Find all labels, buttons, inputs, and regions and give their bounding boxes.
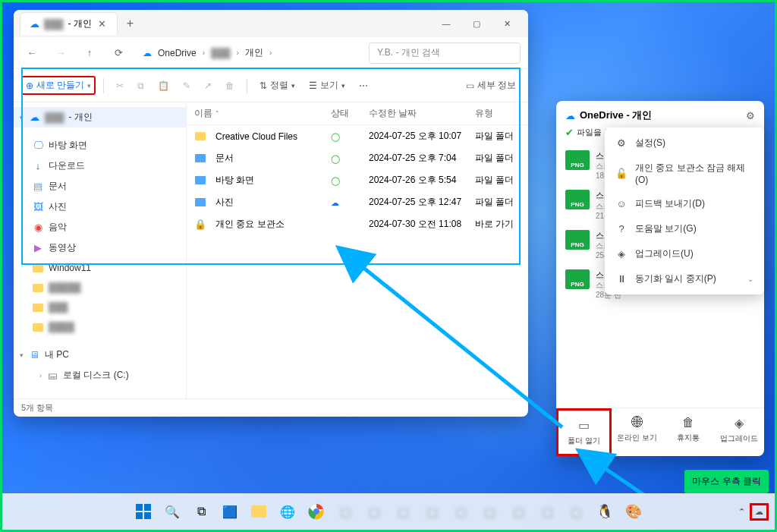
search-button[interactable]: 🔍	[160, 499, 184, 524]
sidebar-item-folder[interactable]: Window11	[14, 258, 186, 278]
menu-upgrade[interactable]: ◈업그레이드(U)	[605, 241, 764, 266]
file-type: 파일 폴더	[475, 152, 521, 165]
taskbar-app[interactable]: ▢	[420, 499, 444, 524]
copy-button[interactable]: ⧉	[133, 74, 149, 97]
col-type[interactable]: 유형	[475, 107, 521, 120]
more-button[interactable]: ⋯	[354, 74, 373, 97]
sidebar-item-desktop[interactable]: 🖵바탕 화면	[14, 135, 186, 156]
file-name: 사진	[215, 196, 234, 209]
menu-settings[interactable]: ⚙설정(S)	[605, 131, 764, 156]
menu-pause[interactable]: ⏸동기화 일시 중지(P)⌄	[605, 266, 764, 291]
file-name: 개인 중요 보관소	[215, 218, 285, 231]
widgets-button[interactable]: 🟦	[218, 499, 242, 524]
view-online-button[interactable]: 🌐︎온라인 보기	[612, 408, 662, 456]
taskbar-app[interactable]: ▢	[477, 499, 502, 524]
file-name: 바탕 화면	[215, 174, 254, 187]
taskbar-explorer[interactable]	[247, 499, 271, 524]
sidebar-item-folder[interactable]: ████	[14, 317, 186, 337]
sidebar-item-local-disk[interactable]: ›🖴로컬 디스크 (C:)	[14, 365, 186, 386]
taskbar-app[interactable]: ▢	[506, 499, 530, 524]
file-row[interactable]: 사진☁2024-07-25 오후 12:47파일 폴더	[187, 191, 528, 213]
tray-onedrive-icon[interactable]	[750, 503, 769, 521]
forward-button[interactable]: →	[50, 42, 71, 64]
col-name[interactable]: 이름 ˄	[194, 107, 331, 120]
add-tab-button[interactable]: +	[127, 17, 134, 30]
sidebar-item-videos[interactable]: ▶동영상	[14, 238, 186, 258]
sidebar-item-pictures[interactable]: 🖼사진	[14, 197, 186, 217]
close-button[interactable]: ✕	[492, 12, 522, 35]
file-row[interactable]: 바탕 화면◯2024-07-26 오후 5:54파일 폴더	[187, 169, 528, 191]
sidebar[interactable]: ▾ ███ - 개인 🖵바탕 화면 ↓다운로드 ▤문서 🖼사진 ◉음악 ▶동영상…	[14, 102, 187, 398]
delete-button[interactable]: 🗑	[221, 74, 239, 97]
sidebar-item-music[interactable]: ◉음악	[14, 217, 186, 238]
sidebar-item-folder[interactable]: █████	[14, 278, 186, 297]
rename-button[interactable]: ✎	[178, 74, 195, 97]
video-icon: ▶	[32, 242, 44, 254]
upgrade-button[interactable]: ◈업그레이드	[713, 408, 764, 456]
new-button[interactable]: ⊕ 새로 만들기 ▾	[26, 79, 91, 92]
flyout-header: OneDrive - 개인 ⚙	[556, 101, 764, 127]
taskbar-app[interactable]: ▢	[564, 499, 588, 524]
taskbar-edge[interactable]: 🌐	[275, 499, 300, 524]
breadcrumb[interactable]: 개인	[245, 46, 263, 59]
png-badge-icon: PNG	[565, 150, 590, 170]
recycle-button[interactable]: 🗑휴지통	[662, 408, 713, 456]
sort-asc-icon: ˄	[215, 110, 219, 118]
file-row[interactable]: 문서◯2024-07-25 오후 7:04파일 폴더	[187, 147, 528, 169]
sidebar-item-this-pc[interactable]: ▾🖥내 PC	[14, 345, 186, 365]
breadcrumb[interactable]: OneDrive	[158, 48, 197, 58]
file-row[interactable]: 🔒개인 중요 보관소2024-07-30 오전 11:08바로 가기	[187, 213, 528, 235]
menu-help[interactable]: ?도움말 보기(G)	[605, 216, 764, 241]
system-tray[interactable]: ⌃	[738, 503, 775, 521]
menu-feedback[interactable]: ☺피드백 보내기(D)	[605, 191, 764, 216]
col-date[interactable]: 수정한 날짜	[369, 107, 475, 120]
col-status[interactable]: 상태	[331, 107, 369, 120]
taskbar-chrome[interactable]	[304, 499, 329, 524]
close-tab-icon[interactable]: ✕	[96, 18, 108, 30]
sidebar-item-onedrive[interactable]: ▾ ███ - 개인	[14, 107, 186, 127]
file-type: 파일 폴더	[475, 130, 521, 143]
taskbar-app[interactable]: ▢	[333, 499, 357, 524]
back-button[interactable]: ←	[21, 42, 42, 64]
menu-unlock-vault[interactable]: 🔓개인 중요 보관소 잠금 해제(O)	[605, 156, 764, 191]
taskbar-app[interactable]: 🐧	[593, 499, 617, 524]
taskbar-app[interactable]: ▢	[535, 499, 559, 524]
task-view-button[interactable]: ⧉	[189, 499, 213, 524]
file-row[interactable]: Creative Cloud Files◯2024-07-25 오후 10:07…	[187, 125, 528, 147]
sidebar-item-downloads[interactable]: ↓다운로드	[14, 156, 186, 176]
gear-icon[interactable]: ⚙	[746, 110, 755, 121]
taskbar-app[interactable]: ▢	[391, 499, 415, 524]
taskbar[interactable]: 🔍 ⧉ 🟦 🌐 ▢ ▢ ▢ ▢ ▢ ▢ ▢ ▢ ▢ 🐧 🎨 ⌃	[2, 493, 775, 530]
file-icon	[194, 131, 206, 143]
taskbar-app[interactable]: ▢	[362, 499, 386, 524]
start-button[interactable]	[131, 499, 156, 524]
address-bar[interactable]: OneDrive › ███ › 개인 ›	[137, 46, 361, 59]
file-icon	[194, 197, 206, 209]
flyout-actions: ▭폴더 열기 🌐︎온라인 보기 🗑휴지통 ◈업그레이드	[556, 408, 764, 456]
sidebar-item-folder[interactable]: ███	[14, 297, 186, 317]
minimize-button[interactable]: —	[431, 12, 461, 35]
share-button[interactable]: ↗	[200, 74, 216, 97]
tray-chevron-icon[interactable]: ⌃	[738, 507, 745, 517]
explorer-tab[interactable]: ███ - 개인 ✕	[20, 12, 118, 35]
file-date: 2024-07-25 오후 10:07	[369, 130, 475, 143]
maximize-button[interactable]: ▢	[461, 12, 492, 35]
search-input[interactable]: Y.B. - 개인 검색	[369, 42, 521, 64]
trash-icon: 🗑	[225, 80, 234, 91]
pc-icon: 🖥	[28, 349, 40, 361]
statusbar: 5개 항목	[14, 398, 528, 417]
cut-button[interactable]: ✂	[112, 74, 128, 97]
view-button[interactable]: ☰ 보기 ▾	[304, 74, 350, 97]
sidebar-item-documents[interactable]: ▤문서	[14, 176, 186, 197]
taskbar-app[interactable]: 🎨	[621, 499, 646, 524]
taskbar-app[interactable]: ▢	[448, 499, 473, 524]
up-button[interactable]: ↑	[79, 42, 100, 64]
cut-icon: ✂	[116, 80, 124, 91]
open-folder-button[interactable]: ▭폴더 열기	[556, 408, 612, 456]
refresh-button[interactable]: ⟳	[108, 42, 129, 64]
paste-button[interactable]: 📋	[153, 74, 174, 97]
details-button[interactable]: ▭ 세부 정보	[461, 74, 521, 97]
breadcrumb[interactable]: ███	[211, 48, 231, 58]
separator	[103, 78, 104, 93]
sort-button[interactable]: ⇅ 정렬 ▾	[255, 74, 300, 97]
